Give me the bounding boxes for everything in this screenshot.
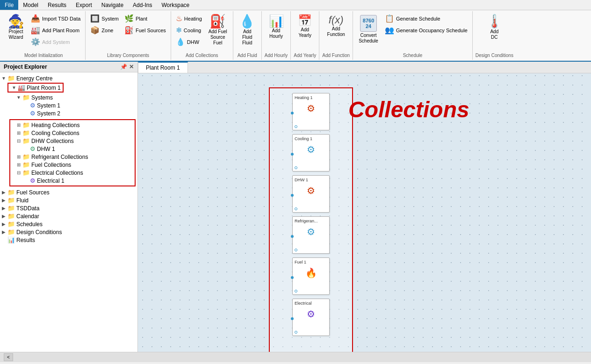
status-bar: < [0,352,591,362]
tree-item-fuel-sources[interactable]: ▶ 📁 Fuel Sources [0,188,137,196]
zone-icon: 📦 [90,26,100,35]
sidebar-tree: ▼ 📁 Energy Centre ▼ 🏭 Plant Room 1 ▼ 📁 S… [0,72,137,352]
expand-system-1 [22,103,30,108]
add-system-button[interactable]: ⚙️ Add System [29,36,82,47]
tree-item-results[interactable]: 📊 Results [0,236,137,244]
ribbon-group-schedule: 876024 ConvertSchedule 📋 Generate Schedu… [353,11,473,60]
card-refrigerant[interactable]: Refrigeran... ⚙ [292,216,330,254]
tree-item-refrigerant-collections[interactable]: ⊞ 📁 Refrigerant Collections [15,153,134,161]
schedules-tree-label: Schedules [16,221,43,228]
tree-item-system-1[interactable]: ⚙ System 1 [22,101,137,109]
generate-occupancy-label: Generate Occupancy Schedule [396,28,468,33]
add-hourly-button[interactable]: 📊 AddHourly [265,13,288,41]
tree-item-electrical-1[interactable]: ⚙ Electrical 1 [22,177,134,185]
tree-item-systems[interactable]: ▼ 📁 Systems [15,93,137,101]
scroll-left-button[interactable]: < [4,353,13,361]
generate-schedule-button[interactable]: 📋 Generate Schedule [383,13,469,24]
tab-plant-room-1[interactable]: Plant Room 1 [138,62,188,73]
expand-plant-room-1: ▼ [10,85,18,90]
add-yearly-button[interactable]: 📅 AddYearly [294,13,316,40]
convert-schedule-button[interactable]: 876024 ConvertSchedule [356,13,381,46]
menu-model[interactable]: Model [18,0,43,10]
card-dhw-1[interactable]: DHW 1 ⚙ [292,175,330,213]
heating-collection-button[interactable]: ♨ Heating [174,13,204,24]
card-title-refrigerant: Refrigeran... [295,219,327,223]
fuel-sources-tree-label: Fuel Sources [16,189,50,196]
menu-addins[interactable]: Add-Ins [128,0,157,10]
ribbon-group-hourly: 📊 AddHourly Add Hourly [262,11,291,60]
card-fuel-1[interactable]: Fuel 1 🔥 [292,257,330,295]
menu-export[interactable]: Export [71,0,97,10]
folder-tsddata-icon: 📁 [7,205,15,212]
import-tsd-button[interactable]: 📥 Import TSD Data [29,13,82,24]
expand-results [0,237,7,243]
collections-col: ♨ Heating ❄ Cooling 💧 DHW [174,13,204,47]
convert-schedule-icon: 876024 [360,15,377,32]
generate-schedule-label: Generate Schedule [396,16,440,21]
tree-item-dhw-collections[interactable]: ⊟ 📁 DHW Collections [15,137,134,145]
add-function-button[interactable]: f(x) AddFunction [324,13,348,39]
tree-item-electrical-collections[interactable]: ⊟ 📁 Electrical Collections [15,169,134,177]
tree-item-system-2[interactable]: ⚙ System 2 [22,109,137,117]
schedule-col: 📋 Generate Schedule 👥 Generate Occupancy… [383,13,469,36]
project-wizard-button[interactable]: 🧙 ProjectWizard [5,13,27,42]
function-group-label: Add Function [322,52,350,58]
tree-item-dhw-1[interactable]: ⚙ DHW 1 [22,145,134,153]
content-main[interactable]: Heating 1 ⚙ Cooling 1 ⚙ DHW 1 ⚙ [138,73,591,352]
add-dc-label: AddDC [490,29,498,40]
menu-results[interactable]: Results [43,0,71,10]
card-cooling-1[interactable]: Cooling 1 ⚙ [292,134,330,171]
system-lib-button[interactable]: 🔲 System [88,13,121,24]
card-dot-dhw [291,194,294,197]
dhw-collection-button[interactable]: 💧 DHW [174,36,204,47]
plant-room-1-label: Plant Room 1 [27,85,61,91]
plant-lib-icon: 🌿 [124,14,134,23]
fluid-icon: 💧 [239,15,255,28]
folder-electrical-icon: 📁 [22,169,30,176]
tree-item-energy-centre[interactable]: ▼ 📁 Energy Centre [0,74,137,82]
system-2-icon: ⚙ [30,110,36,117]
tree-item-calendar[interactable]: ▶ 📁 Calendar [0,212,137,220]
model-init-label: Model Initialization [24,52,63,58]
pin-icon[interactable]: 📌 [120,64,127,70]
dhw-icon: 💧 [176,37,185,46]
menu-navigate[interactable]: Navigate [97,0,128,10]
add-plant-room-button[interactable]: 🏭 Add Plant Room [29,25,82,36]
tree-item-heating-collections[interactable]: ⊞ 📁 Heating Collections [15,121,134,129]
expand-electrical-collections: ⊟ [15,170,22,175]
card-heating-1[interactable]: Heating 1 ⚙ [292,93,330,130]
generate-occupancy-button[interactable]: 👥 Generate Occupancy Schedule [383,25,469,36]
zone-label: Zone [101,28,113,33]
folder-calendar-icon: 📁 [7,213,15,220]
tree-item-fluid[interactable]: ▶ 📁 Fluid [0,196,137,204]
fuel-collections-label: Fuel Collections [31,162,71,168]
ribbon-group-yearly: 📅 AddYearly Add Yearly [291,11,319,60]
add-fuel-source-button[interactable]: ⛽ Add FuelSourceFuel [206,13,230,48]
tree-item-fuel-collections[interactable]: ⊞ 📁 Fuel Collections [15,161,134,169]
fluid-tree-label: Fluid [16,197,29,204]
fuel-sources-button[interactable]: ⛽ Fuel Sources [123,25,168,36]
tree-item-plant-room-1[interactable]: ▼ 🏭 Plant Room 1 [7,83,64,93]
tree-item-design-conditions[interactable]: ▶ 📁 Design Conditions [0,228,137,236]
library-label: Library Components [107,52,149,58]
card-title-electrical: Electrical [295,301,327,306]
plant-lib-button[interactable]: 🌿 Plant [123,13,168,24]
cooling-collection-button[interactable]: ❄ Cooling [174,25,204,36]
menu-file[interactable]: File [0,0,18,10]
tree-item-tsddata[interactable]: ▶ 📁 TSDData [0,204,137,212]
expand-systems: ▼ [15,95,22,100]
card-electrical[interactable]: Electrical ⚙ [292,299,330,336]
card-title-heating: Heating 1 [295,95,327,100]
tree-item-cooling-collections[interactable]: ⊞ 📁 Cooling Collections [15,129,134,137]
add-dc-button[interactable]: 🌡️ AddDC [483,13,505,42]
add-fluid-button[interactable]: 💧 AddFluidFluid [236,13,259,48]
menu-workspace[interactable]: Workspace [157,0,194,10]
hourly-group-label: Add Hourly [265,52,288,58]
tree-item-schedules[interactable]: ▶ 📁 Schedules [0,220,137,228]
card-icon-fuel: 🔥 [305,267,317,278]
card-icon-cooling: ⚙ [307,144,315,155]
expand-fuel-collections: ⊞ [15,162,22,167]
zone-button[interactable]: 📦 Zone [88,25,121,36]
close-sidebar-icon[interactable]: ✕ [129,64,134,70]
expand-schedules: ▶ [0,221,7,227]
